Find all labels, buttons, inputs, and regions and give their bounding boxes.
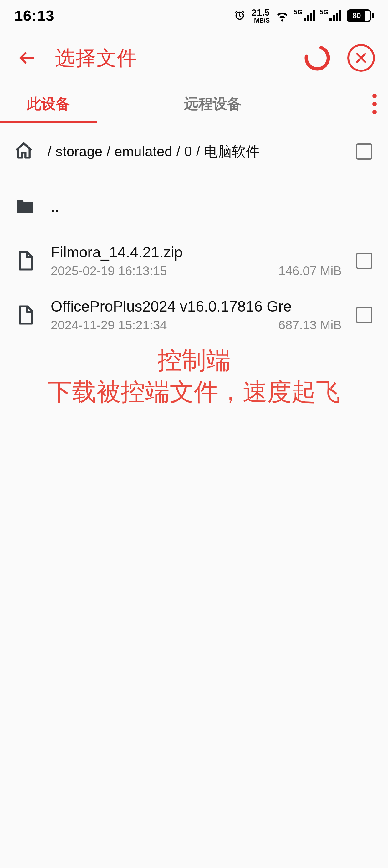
item-date: 2024-11-29 15:21:34 — [51, 318, 167, 332]
signal-2: 5G — [321, 10, 341, 21]
alarm-icon — [233, 9, 246, 22]
list-item-up[interactable]: .. — [0, 180, 388, 234]
file-icon — [14, 305, 36, 326]
loading-spinner — [302, 42, 333, 73]
select-all-checkbox[interactable] — [356, 144, 373, 160]
home-icon[interactable] — [14, 141, 34, 162]
file-list: .. Filmora_14.4.21.zip 2025-02-19 16:13:… — [0, 180, 388, 342]
net-speed-unit: MB/S — [254, 17, 270, 24]
net-speed-value: 21.5 — [252, 8, 270, 17]
item-name: .. — [51, 198, 373, 215]
svg-point-0 — [303, 44, 331, 72]
item-name: Filmora_14.4.21.zip — [51, 244, 342, 261]
path-row: / storage / emulated / 0 / 电脑软件 — [0, 123, 388, 180]
net-speed: 21.5 MB/S — [252, 8, 270, 24]
breadcrumb[interactable]: / storage / emulated / 0 / 电脑软件 — [47, 143, 342, 161]
tab-remote[interactable]: 远程设备 — [85, 85, 341, 123]
item-checkbox[interactable] — [356, 307, 373, 323]
signal-2-label: 5G — [320, 8, 328, 16]
item-size: 146.07 MiB — [279, 264, 342, 278]
overlay-line-1: 控制端 — [157, 346, 231, 374]
page-title: 选择文件 — [55, 44, 289, 72]
list-item[interactable]: Filmora_14.4.21.zip 2025-02-19 16:13:15 … — [0, 234, 388, 288]
status-time: 16:13 — [14, 7, 55, 24]
overlay-caption: 控制端 下载被控端文件，速度起飞 — [0, 344, 388, 408]
signal-1: 5G — [295, 10, 315, 21]
tabs: 此设备 远程设备 — [0, 85, 388, 123]
file-icon — [14, 250, 36, 271]
screen: 16:13 21.5 MB/S 5G 5G 80 — [0, 0, 388, 868]
list-item[interactable]: OfficeProPlus2024 v16.0.17816 Gre 2024-1… — [0, 288, 388, 342]
item-date: 2025-02-19 16:13:15 — [51, 264, 167, 278]
battery-icon: 80 — [347, 9, 374, 22]
status-bar: 16:13 21.5 MB/S 5G 5G 80 — [0, 0, 388, 31]
item-size: 687.13 MiB — [279, 318, 342, 332]
tab-indicator — [0, 121, 97, 123]
item-name: OfficeProPlus2024 v16.0.17816 Gre — [51, 298, 342, 315]
more-menu-button[interactable] — [373, 85, 377, 123]
close-button[interactable] — [346, 42, 377, 73]
overlay-line-2: 下载被控端文件，速度起飞 — [47, 378, 341, 405]
folder-icon — [14, 196, 36, 218]
toolbar: 选择文件 — [0, 31, 388, 85]
back-button[interactable] — [11, 42, 42, 73]
battery-percent: 80 — [348, 11, 365, 21]
wifi-icon — [276, 9, 289, 23]
item-checkbox[interactable] — [356, 253, 373, 269]
status-right: 21.5 MB/S 5G 5G 80 — [233, 8, 374, 24]
tab-local[interactable]: 此设备 — [0, 85, 97, 123]
signal-1-label: 5G — [293, 8, 302, 16]
divider — [41, 342, 388, 342]
